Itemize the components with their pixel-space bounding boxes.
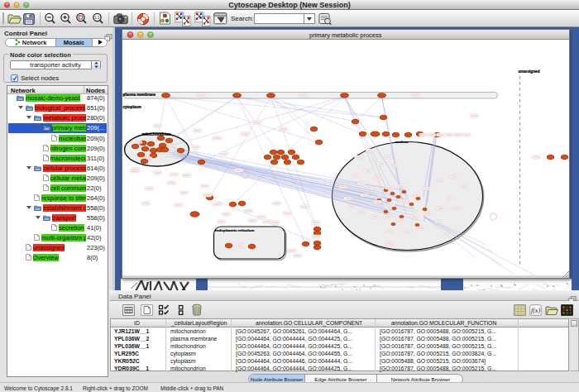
svg-text:mitochondrion: mitochondrion [141, 131, 170, 136]
svg-text:nucleus: nucleus [395, 140, 408, 144]
svg-text:endoplasmic reticulum: endoplasmic reticulum [214, 228, 254, 232]
svg-text:unassigned: unassigned [518, 69, 539, 74]
svg-text:1:1: 1:1 [94, 16, 100, 20]
svg-text:plasma membrane: plasma membrane [122, 93, 156, 97]
svg-text:f(x): f(x) [531, 307, 540, 314]
svg-text:cytoplasm: cytoplasm [122, 105, 141, 109]
